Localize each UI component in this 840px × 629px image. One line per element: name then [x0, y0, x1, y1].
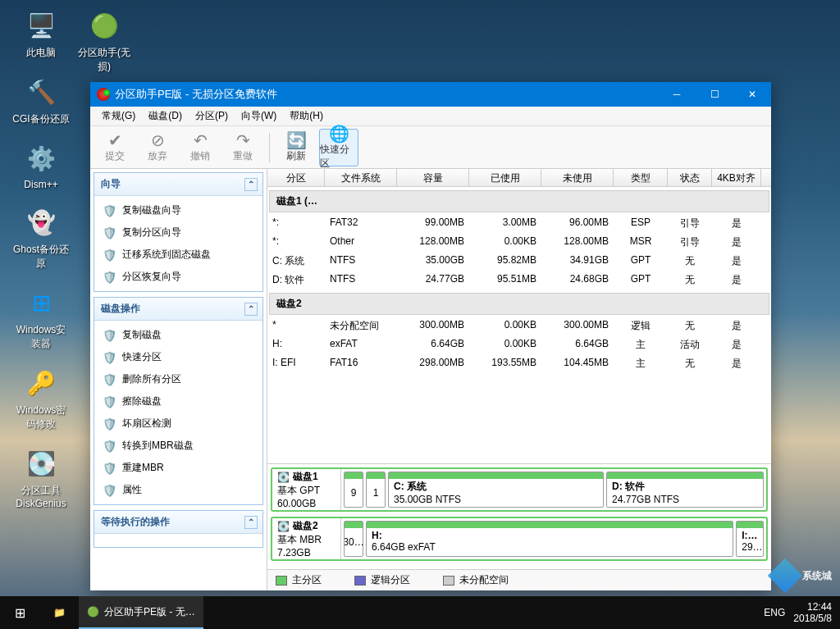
disk-bar[interactable]: 💽磁盘1 基本 GPT60.00GB 91C: 系统35.00GB NTFSD:… [271, 467, 768, 512]
clock[interactable]: 12:442018/5/8 [793, 601, 832, 624]
partition-list[interactable]: 磁盘1 (… *: FAT32 99.00MB 3.00MB 96.00MB E… [267, 187, 771, 463]
tool-icon: 🛡️ [103, 373, 116, 386]
diskop-item[interactable]: 🛡️重建MBR [94, 457, 262, 479]
menu-wizard[interactable]: 向导(W) [235, 107, 283, 125]
disk-bar[interactable]: 💽磁盘2 基本 MBR7.23GB 30…H:6.64GB exFATI:…29… [271, 517, 768, 561]
disk-part-small[interactable]: 30… [344, 521, 363, 557]
nav-label: 删除所有分区 [122, 372, 181, 386]
legend-primary: 主分区 [276, 573, 322, 587]
tool-icon: 🛡️ [103, 440, 116, 453]
partition-row[interactable]: D: 软件 NTFS 24.77GB 95.51MB 24.68GB GPT 无… [267, 271, 771, 289]
diskop-item[interactable]: 🛡️删除所有分区 [94, 368, 262, 390]
panel-wizard-header[interactable]: 向导⌃ [94, 173, 262, 196]
nav-label: 属性 [122, 483, 142, 497]
desktop-icon-ghost[interactable]: 👻Ghost备份还原 [12, 205, 70, 271]
wizard-item[interactable]: 🛡️复制磁盘向导 [94, 199, 262, 221]
col-align[interactable]: 4KB对齐 [712, 169, 761, 186]
col-filesystem[interactable]: 文件系统 [325, 169, 397, 186]
commit-button[interactable]: ✔提交 [95, 129, 135, 166]
col-type[interactable]: 类型 [614, 169, 668, 186]
window-title: 分区助手PE版 - 无损分区免费软件 [115, 87, 658, 102]
lang-indicator[interactable]: ENG [764, 607, 785, 618]
start-button[interactable]: ⊞ [0, 596, 39, 629]
panel-pending-header[interactable]: 等待执行的操作⌃ [94, 511, 262, 534]
system-tray[interactable]: ENG 12:442018/5/8 [756, 601, 840, 624]
wizard-item[interactable]: 🛡️复制分区向导 [94, 221, 262, 244]
minimize-button[interactable]: ─ [658, 82, 696, 107]
diskop-item[interactable]: 🛡️属性 [94, 479, 262, 501]
nav-label: 重建MBR [122, 461, 164, 475]
desktop-icon-cgi[interactable]: 🔨CGI备份还原 [12, 75, 70, 126]
menu-partition[interactable]: 分区(P) [189, 107, 235, 125]
nav-label: 分区恢复向导 [122, 270, 181, 284]
partition-row[interactable]: H: exFAT 6.64GB 0.00KB 6.64GB 主 活动 是 [267, 335, 771, 354]
discard-button[interactable]: ⊘放弃 [138, 129, 177, 166]
disk-part-small[interactable]: 9 [344, 472, 363, 508]
redo-icon: ↷ [236, 131, 250, 149]
chevron-up-icon[interactable]: ⌃ [244, 516, 258, 529]
col-free[interactable]: 未使用 [541, 169, 614, 186]
app-window: 分区助手PE版 - 无损分区免费软件 ─ ☐ ✕ 常规(G) 磁盘(D) 分区(… [90, 82, 771, 590]
explorer-button[interactable]: 📁 [39, 596, 79, 629]
disk-part[interactable]: C: 系统35.00GB NTFS [388, 472, 604, 508]
menu-disk[interactable]: 磁盘(D) [142, 107, 189, 125]
col-used[interactable]: 已使用 [469, 169, 541, 186]
menu-general[interactable]: 常规(G) [95, 107, 142, 125]
chevron-up-icon[interactable]: ⌃ [244, 178, 258, 191]
quick-partition-button[interactable]: 🌐快速分区 [319, 129, 358, 166]
disk-part[interactable]: H:6.64GB exFAT [366, 521, 733, 557]
col-partition[interactable]: 分区 [267, 169, 325, 186]
key-icon: 🔑 [24, 366, 58, 400]
nav-label: 擦除磁盘 [122, 394, 162, 408]
disk-group-header[interactable]: 磁盘1 (… [269, 190, 769, 212]
panel-diskops-header[interactable]: 磁盘操作⌃ [94, 298, 262, 321]
swatch-icon [276, 576, 287, 586]
ban-icon: ⊘ [151, 131, 165, 149]
watermark: 系统城 [773, 563, 832, 588]
desktop-icon-dism[interactable]: ⚙️Dism++ [12, 141, 70, 190]
desktop-icon-wininstall[interactable]: ⊞Windows安装器 [12, 285, 70, 351]
desktop-icon-diskgenius[interactable]: 💽分区工具DiskGenius [12, 446, 70, 509]
main-area: 分区 文件系统 容量 已使用 未使用 类型 状态 4KB对齐 磁盘1 (… *:… [267, 169, 771, 590]
chevron-up-icon[interactable]: ⌃ [244, 303, 258, 316]
maximize-button[interactable]: ☐ [696, 82, 733, 107]
partition-row[interactable]: *: FAT32 99.00MB 3.00MB 96.00MB ESP 引导 是 [267, 214, 771, 233]
diskop-item[interactable]: 🛡️快速分区 [94, 346, 262, 368]
disk-part-small[interactable]: 1 [366, 472, 386, 508]
disk-part[interactable]: I:…29… [736, 521, 764, 557]
watermark-icon [768, 558, 802, 593]
partition-row[interactable]: C: 系统 NTFS 35.00GB 95.82MB 34.91GB GPT 无… [267, 252, 771, 271]
diskop-item[interactable]: 🛡️擦除磁盘 [94, 390, 262, 412]
partition-row[interactable]: I: EFI FAT16 298.00MB 193.55MB 104.45MB … [267, 354, 771, 373]
nav-label: 复制磁盘 [122, 328, 162, 342]
desktop-icon-partition-assistant[interactable]: 🟢分区助手(无损) [75, 8, 133, 74]
panel-diskops: 磁盘操作⌃ 🛡️复制磁盘🛡️快速分区🛡️删除所有分区🛡️擦除磁盘🛡️坏扇区检测🛡… [94, 297, 263, 505]
taskbar-app[interactable]: 🟢分区助手PE版 - 无… [79, 596, 203, 629]
shield-icon: 🛡️ [103, 226, 116, 239]
nav-label: 坏扇区检测 [122, 417, 171, 431]
disk-group-header[interactable]: 磁盘2 [269, 293, 769, 315]
refresh-button[interactable]: 🔄刷新 [276, 129, 316, 166]
wizard-item[interactable]: 🛡️迁移系统到固态磁盘 [94, 244, 262, 266]
redo-button[interactable]: ↷重做 [223, 129, 262, 166]
taskbar: ⊞ 📁 🟢分区助手PE版 - 无… ENG 12:442018/5/8 [0, 596, 840, 629]
toolbar: ✔提交 ⊘放弃 ↶撤销 ↷重做 🔄刷新 🌐快速分区 [90, 126, 771, 169]
partition-row[interactable]: * 未分配空间 300.00MB 0.00KB 300.00MB 逻辑 无 是 [267, 317, 771, 335]
app-icon: 🟢 [87, 606, 99, 618]
undo-button[interactable]: ↶撤销 [180, 129, 220, 166]
disk-part[interactable]: D: 软件24.77GB NTFS [606, 472, 764, 508]
diskop-item[interactable]: 🛡️复制磁盘 [94, 324, 262, 346]
menu-help[interactable]: 帮助(H) [283, 107, 330, 125]
table-header: 分区 文件系统 容量 已使用 未使用 类型 状态 4KB对齐 [267, 169, 771, 187]
nav-label: 快速分区 [122, 350, 162, 364]
wizard-item[interactable]: 🛡️分区恢复向导 [94, 266, 262, 288]
diskop-item[interactable]: 🛡️转换到MBR磁盘 [94, 435, 262, 457]
col-status[interactable]: 状态 [668, 169, 712, 186]
close-button[interactable]: ✕ [733, 82, 771, 107]
col-capacity[interactable]: 容量 [397, 169, 469, 186]
desktop-icon-winpass[interactable]: 🔑Windows密码修改 [12, 366, 70, 431]
desktop-icon-thispc[interactable]: 🖥️此电脑 [12, 8, 70, 60]
partition-row[interactable]: *: Other 128.00MB 0.00KB 128.00MB MSR 引导… [267, 233, 771, 252]
diskop-item[interactable]: 🛡️坏扇区检测 [94, 412, 262, 435]
titlebar[interactable]: 分区助手PE版 - 无损分区免费软件 ─ ☐ ✕ [90, 82, 771, 107]
